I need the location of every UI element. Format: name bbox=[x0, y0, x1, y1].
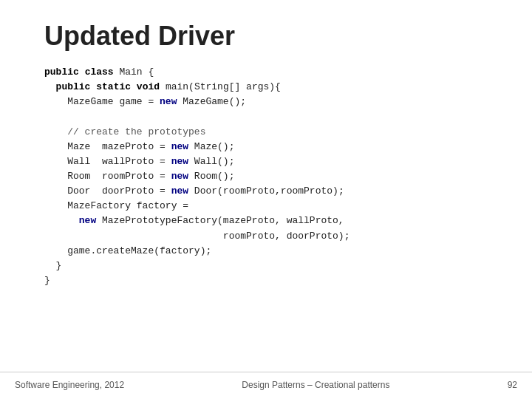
keyword-new-4: new bbox=[171, 171, 188, 182]
keyword-void: void bbox=[137, 81, 160, 92]
code-line-2: public static void main(String[] args){ bbox=[44, 80, 349, 95]
keyword-new-5: new bbox=[171, 185, 188, 197]
code-line-door: Door doorProto = new Door(roomProto,room… bbox=[44, 184, 349, 199]
footer-right: 92 bbox=[508, 380, 517, 390]
code-line-3: MazeGame game = new MazeGame(); bbox=[44, 95, 349, 109]
keyword-new-2: new bbox=[171, 141, 188, 152]
keyword-static: static bbox=[96, 81, 131, 92]
footer-divider bbox=[0, 372, 532, 372]
slide: Updated Driver public class Main { publi… bbox=[0, 0, 532, 399]
keyword-new-3: new bbox=[171, 156, 188, 167]
footer: Software Engineering, 2012 Design Patter… bbox=[0, 380, 532, 390]
code-line-factory-2: new MazePrototypeFactory(mazeProto, wall… bbox=[44, 214, 349, 228]
code-line-blank bbox=[44, 109, 349, 124]
code-line-wall: Wall wallProto = new Wall(); bbox=[44, 154, 349, 169]
slide-title: Updated Driver bbox=[44, 21, 235, 52]
keyword-public2: public bbox=[56, 81, 91, 92]
code-line-comment: // create the prototypes bbox=[44, 125, 349, 140]
keyword-new-6: new bbox=[79, 215, 96, 226]
code-line-1: public class Main { bbox=[44, 65, 349, 80]
code-line-factory-3: roomProto, doorProto); bbox=[44, 229, 349, 244]
footer-center: Design Patterns – Creational patterns bbox=[242, 380, 389, 390]
code-line-maze: Maze mazeProto = new Maze(); bbox=[44, 140, 349, 154]
code-line-close-1: } bbox=[44, 259, 349, 273]
footer-left: Software Engineering, 2012 bbox=[15, 380, 124, 390]
code-line-close-2: } bbox=[44, 273, 349, 288]
keyword-class: class bbox=[85, 66, 114, 78]
code-line-room: Room roomProto = new Room(); bbox=[44, 169, 349, 184]
keyword-new-1: new bbox=[160, 96, 177, 107]
code-line-create: game.createMaze(factory); bbox=[44, 244, 349, 259]
code-line-factory-1: MazeFactory factory = bbox=[44, 199, 349, 214]
code-block: public class Main { public static void m… bbox=[44, 65, 349, 288]
keyword-public: public bbox=[44, 66, 79, 78]
